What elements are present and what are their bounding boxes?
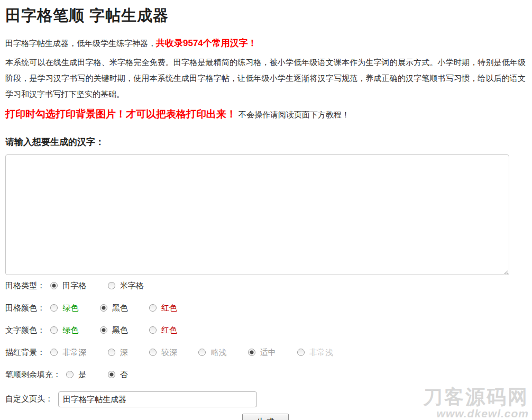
stroke-fill-label: 笔顺剩余填充：: [5, 370, 61, 379]
print-warning: 打印时勾选打印背景图片！才可以把表格打印出来！: [5, 108, 236, 120]
description-text: 本系统可以在线生成田字格、米字格完全免费。田字格是最精简的练习格，被小学低年级语…: [5, 54, 526, 102]
watermark-site-url: www.dkewl.com: [423, 408, 529, 419]
watermark: 刀客源码网 www.dkewl.com: [423, 387, 529, 419]
custom-header-input[interactable]: [58, 391, 257, 407]
form-row-text-color: 文字颜色： 绿色 黑色 红色: [5, 325, 526, 335]
intro-text: 田字格字帖生成器，低年级学生练字神器，共收录9574个常用汉字！: [5, 37, 526, 49]
custom-header-label: 自定义页头：: [5, 394, 53, 403]
stroke-fill-option-yes[interactable]: 是: [66, 369, 86, 380]
text-color-label: 文字颜色：: [5, 325, 45, 334]
option-label: 田字格: [62, 281, 86, 290]
hanzi-input-label: 请输入想要生成的汉字：: [5, 136, 526, 148]
option-label: 适中: [260, 348, 276, 357]
text-color-radio-black[interactable]: [100, 326, 107, 334]
form-row-grid-type: 田格类型： 田字格 米字格: [5, 280, 526, 291]
grid-color-option-black[interactable]: 黑色: [100, 303, 128, 313]
trace-shade-option-very-dark[interactable]: 非常深: [50, 347, 86, 358]
grid-type-option-mizige[interactable]: 米字格: [108, 280, 144, 291]
grid-type-radio-tianzige[interactable]: [50, 282, 58, 289]
trace-shade-radio-very-light[interactable]: [297, 349, 305, 356]
option-label: 深: [120, 348, 128, 357]
form-row-grid-color: 田格颜色： 绿色 黑色 红色: [5, 303, 526, 313]
option-label: 红色: [161, 303, 177, 312]
stroke-fill-radio-no[interactable]: [108, 371, 115, 378]
text-color-radio-red[interactable]: [149, 326, 157, 334]
trace-shade-option-medium[interactable]: 适中: [248, 347, 276, 358]
grid-color-option-green[interactable]: 绿色: [50, 303, 78, 313]
option-label: 绿色: [62, 303, 78, 312]
option-label: 非常深: [62, 348, 86, 357]
trace-shade-radio-very-dark[interactable]: [50, 349, 58, 356]
trace-shade-radio-slightly-light[interactable]: [198, 349, 206, 356]
text-color-radio-green[interactable]: [50, 326, 58, 334]
copybook-generator-page: 田字格笔顺 字帖生成器 田字格字帖生成器，低年级学生练字神器，共收录9574个常…: [0, 6, 532, 420]
option-label: 较深: [161, 348, 177, 357]
page-title: 田字格笔顺 字帖生成器: [5, 6, 526, 24]
grid-type-option-tianzige[interactable]: 田字格: [50, 280, 86, 291]
text-color-option-green[interactable]: 绿色: [50, 325, 78, 335]
grid-color-label: 田格颜色：: [5, 303, 45, 312]
text-color-option-black[interactable]: 黑色: [100, 325, 128, 335]
option-label: 绿色: [62, 325, 78, 334]
grid-type-radio-mizige[interactable]: [108, 282, 115, 289]
grid-color-radio-red[interactable]: [149, 304, 157, 312]
option-label: 黑色: [112, 303, 128, 312]
trace-shade-radio-dark[interactable]: [108, 349, 115, 356]
grid-color-radio-black[interactable]: [100, 304, 107, 312]
stroke-fill-option-no[interactable]: 否: [108, 369, 128, 380]
stroke-fill-radio-yes[interactable]: [66, 371, 74, 378]
intro-plain-text: 田字格字帖生成器，低年级学生练字神器，: [5, 39, 156, 48]
option-label: 米字格: [120, 281, 144, 290]
grid-type-label: 田格类型：: [5, 281, 45, 290]
hanzi-textarea[interactable]: [5, 154, 509, 275]
hanzi-count-highlight: 共收录9574个常用汉字！: [156, 38, 257, 48]
trace-shade-option-darker[interactable]: 较深: [149, 347, 177, 358]
trace-shade-option-very-light[interactable]: 非常浅: [297, 347, 333, 358]
grid-color-option-red[interactable]: 红色: [149, 303, 177, 313]
trace-shade-radio-darker[interactable]: [149, 349, 157, 356]
option-label: 略浅: [210, 348, 226, 357]
trace-shade-label: 描红背景：: [5, 348, 45, 357]
trace-shade-radio-medium[interactable]: [248, 349, 255, 356]
text-color-option-red[interactable]: 红色: [149, 325, 177, 335]
generate-button[interactable]: 生成: [242, 414, 289, 420]
option-label: 非常浅: [309, 348, 333, 357]
form-row-trace-shade: 描红背景： 非常深 深 较深 略浅 适中: [5, 347, 526, 358]
option-label: 黑色: [112, 325, 128, 334]
options-form: 田格类型： 田字格 米字格 田格颜色： 绿色 黑色 红色: [5, 280, 526, 402]
watermark-site-name: 刀客源码网: [423, 387, 529, 407]
trace-shade-option-slightly-light[interactable]: 略浅: [198, 347, 226, 358]
print-instruction-line: 打印时勾选打印背景图片！才可以把表格打印出来！不会操作请阅读页面下方教程！: [5, 107, 526, 121]
trace-shade-option-dark[interactable]: 深: [108, 347, 128, 358]
form-row-stroke-fill: 笔顺剩余填充： 是 否: [5, 369, 526, 380]
option-label: 是: [78, 370, 86, 379]
print-note: 不会操作请阅读页面下方教程！: [239, 110, 350, 119]
grid-color-radio-green[interactable]: [50, 304, 58, 312]
option-label: 红色: [161, 325, 177, 334]
option-label: 否: [120, 370, 128, 379]
